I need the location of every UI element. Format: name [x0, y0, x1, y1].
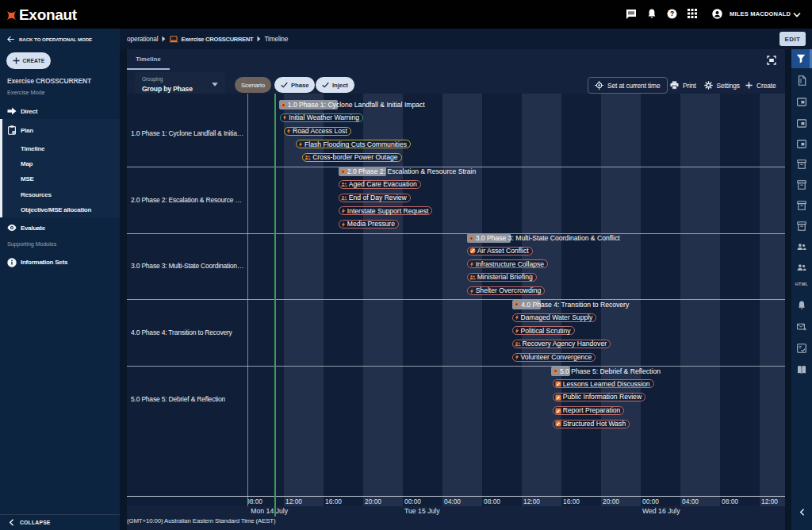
tab-timeline[interactable]: Timeline: [127, 49, 170, 70]
panel-form-check-button[interactable]: [791, 338, 812, 359]
collapse-label: COLLAPSE: [20, 520, 51, 525]
inject-pill[interactable]: Ministerial Briefing: [467, 273, 537, 282]
inject-pill[interactable]: Lessons Learned Discussion: [553, 379, 654, 388]
panel-file-button[interactable]: [791, 70, 812, 90]
set-at-current-time-button[interactable]: Set at current time: [588, 77, 668, 94]
help-icon[interactable]: ?: [667, 9, 677, 19]
row-label-text: 3.0 Phase 3: Multi-State Coordination & …: [131, 262, 244, 270]
chat-icon[interactable]: [626, 9, 637, 20]
inject-pill[interactable]: Infrastructure Collapse: [467, 259, 548, 268]
panel-image-button[interactable]: [791, 113, 812, 133]
inject-pill[interactable]: Interstate Support Request: [339, 206, 433, 215]
sidebar-item-evaluate[interactable]: Evaluate: [0, 220, 120, 236]
back-to-operational-mode-button[interactable]: BACK TO OPERATIONAL MODE: [7, 36, 92, 43]
html-panel-label[interactable]: HTML: [791, 282, 812, 286]
breadcrumb-item[interactable]: Timeline: [264, 35, 288, 43]
settings-button[interactable]: Settings: [704, 77, 740, 94]
create-button[interactable]: Create: [745, 77, 776, 94]
inject-label: Interstate Support Request: [347, 208, 429, 215]
inject-pill[interactable]: Flash Flooding Cuts Communities: [296, 140, 411, 148]
sidebar-item-direct[interactable]: Direct: [0, 103, 120, 119]
panel-archive-button[interactable]: [791, 216, 812, 236]
phase-bar-label: 5.0 Phase 5: Debrief & Reflection: [560, 367, 661, 375]
people-icon: [341, 182, 347, 187]
inject-pill[interactable]: Media Pressure: [339, 220, 399, 229]
form-check-icon: [797, 344, 806, 353]
panel-book-button[interactable]: [791, 359, 812, 380]
inject-label: Lessons Learned Discussion: [563, 381, 650, 388]
bolt-icon: [515, 328, 519, 334]
inject-pill[interactable]: Public Information Review: [553, 393, 645, 401]
panel-archive-button[interactable]: [791, 175, 812, 195]
printer-icon: [670, 81, 679, 90]
inject-pill[interactable]: Air Asset Conflict: [467, 247, 533, 255]
create-button[interactable]: CREATE: [6, 52, 51, 69]
image-icon: [797, 140, 806, 148]
print-button[interactable]: Print: [670, 77, 696, 94]
inject-label: Report Preparation: [563, 407, 621, 414]
laptop-icon: [169, 36, 178, 43]
bolt-icon: [469, 288, 474, 294]
mail-forward-icon: [797, 322, 806, 332]
collapse-panel-button[interactable]: [791, 501, 812, 522]
phase-icon: [281, 102, 286, 108]
create-label: CREATE: [23, 58, 45, 63]
breadcrumb-bar: operationalExercise CROSSCURRENTTimeline…: [120, 29, 812, 49]
back-arrow-icon: [7, 36, 14, 43]
panel-people-button[interactable]: [791, 257, 812, 278]
inject-pill[interactable]: Damaged Water Supply: [512, 313, 597, 322]
bell-icon: [797, 301, 806, 310]
chip-phase[interactable]: Phase: [274, 77, 315, 93]
inject-label: Media Pressure: [347, 221, 395, 228]
panel-bell-button[interactable]: [791, 295, 812, 316]
grouping-select[interactable]: Grouping Group by Phase: [135, 72, 225, 97]
breadcrumb-item[interactable]: operational: [127, 35, 158, 43]
inject-pill[interactable]: Aged Care Evacuation: [339, 180, 421, 189]
inject-pill[interactable]: Recovery Agency Handover: [512, 340, 611, 348]
inject-pill[interactable]: Report Preparation: [553, 406, 625, 415]
fullscreen-icon[interactable]: [767, 56, 776, 65]
inject-pill[interactable]: Shelter Overcrowding: [467, 286, 546, 295]
timeline-plot: 08:0012:0016:0020:0000:0004:0008:0012:00…: [247, 94, 785, 517]
sidebar-item-label: Information Sets: [21, 259, 67, 266]
panel-mail-forward-button[interactable]: [791, 317, 812, 337]
chip-scenario[interactable]: Scenario: [235, 77, 271, 93]
collapse-sidebar-button[interactable]: COLLAPSE: [9, 515, 51, 530]
user-name: MILES MACDONALD: [730, 10, 791, 17]
bolt-icon: [298, 141, 303, 148]
exercise-subtitle: Exercise Mode: [7, 89, 45, 96]
phase-icon: [469, 236, 474, 241]
people-icon: [515, 341, 521, 347]
account-icon[interactable]: [712, 9, 722, 19]
caret-down-icon[interactable]: [793, 12, 801, 17]
current-time-line: [274, 94, 276, 517]
panel-archive-button[interactable]: [791, 195, 812, 216]
panel-people-button[interactable]: [791, 236, 812, 257]
chip-inject[interactable]: Inject: [316, 77, 354, 93]
bolt-icon: [341, 208, 346, 214]
panel-filter-button[interactable]: [791, 49, 812, 68]
sidebar-item-information-sets[interactable]: Information Sets: [0, 255, 120, 271]
panel-image-button[interactable]: [791, 91, 812, 112]
panel-archive-button[interactable]: [791, 154, 812, 175]
phase-icon: [340, 169, 346, 175]
row-label-text: 4.0 Phase 4: Transition to Recovery: [131, 328, 232, 336]
inject-pill[interactable]: Road Access Lost: [284, 127, 351, 136]
phase-bar-label: 1.0 Phase 1: Cyclone Landfall & Initial …: [288, 101, 425, 109]
inject-pill[interactable]: Volunteer Convergence: [512, 353, 596, 362]
bell-icon[interactable]: [647, 9, 657, 19]
block-icon: [469, 248, 476, 254]
breadcrumb-item[interactable]: Exercise CROSSCURRENT: [181, 36, 253, 43]
inject-pill[interactable]: Cross-border Power Outage: [302, 153, 401, 162]
plus-icon: [745, 82, 753, 89]
apps-icon[interactable]: [688, 9, 697, 18]
row-label: 2.0 Phase 2: Escalation & Resource Strai…: [127, 167, 247, 233]
filter-icon: [796, 54, 806, 63]
inject-pill[interactable]: End of Day Review: [339, 194, 411, 202]
panel-image-button[interactable]: [791, 133, 812, 154]
inject-pill[interactable]: Structured Hot Wash: [553, 420, 630, 428]
inject-pill[interactable]: Initial Weather Warning: [280, 113, 363, 122]
time-tick-label: 04:00: [682, 497, 699, 505]
inject-pill[interactable]: Political Scrutiny: [512, 326, 575, 335]
edit-button[interactable]: EDIT: [779, 32, 806, 46]
